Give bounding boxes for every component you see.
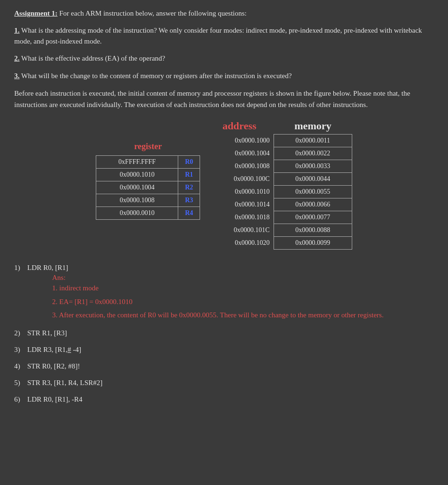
answer-1-line-2: 2. EA= [R1] = 0x0000.1010	[52, 296, 434, 307]
question-1: 1. What is the addressing mode of the in…	[14, 25, 434, 46]
problem-3-num: 3) LDR R3, [R1,# -4]	[14, 346, 434, 354]
question-2-num: 2.	[14, 54, 19, 62]
mem-address: 0x0000.1010	[205, 186, 274, 198]
hash-underline: #	[68, 346, 72, 353]
mem-value: 0x0000.0055	[274, 186, 352, 198]
ans-label-1: Ans:	[52, 274, 65, 281]
memory-table-wrap: address memory 0x0000.10000x0000.00110x0…	[205, 120, 352, 250]
diagram-container: register 0xFFFF.FFFFR00x0000.1010R10x000…	[14, 120, 434, 250]
memory-row: 0x0000.10080x0000.0033	[205, 160, 352, 173]
problems-section: 1) LDR R0, [R1] Ans: 1. indirect mode 2.…	[14, 264, 434, 404]
problem-5: 5) STR R3, [R1, R4, LSR#2]	[14, 379, 434, 387]
memory-row: 0x0000.10200x0000.0099	[205, 237, 352, 250]
reg-value: 0x0000.1004	[96, 181, 178, 194]
assignment-label: Assignment 1:	[14, 9, 57, 17]
reg-value: 0x0000.0010	[96, 207, 178, 220]
mem-value: 0x0000.0044	[274, 173, 352, 186]
mem-address: 0x0000.1000	[205, 135, 274, 147]
memory-headers: address memory	[205, 120, 352, 132]
answer-1-text-2: 2. EA= [R1] = 0x0000.1010	[52, 298, 132, 305]
register-table: 0xFFFF.FFFFR00x0000.1010R10x0000.1004R20…	[96, 155, 200, 220]
question-2-text: What is the effective address (EA) of th…	[21, 54, 165, 62]
register-row: 0x0000.1004R2	[96, 181, 200, 194]
problem-6: 6) LDR R0, [R1], -R4	[14, 395, 434, 404]
reg-value: 0xFFFF.FFFF	[96, 156, 178, 169]
reg-name: R3	[178, 194, 200, 207]
mem-address: 0x0000.1014	[205, 198, 274, 211]
answer-1-line-3: 3. After execution, the content of R0 wi…	[52, 310, 434, 321]
memory-header: memory	[274, 120, 352, 132]
mem-address: 0x0000.1008	[205, 160, 274, 173]
reg-name: R0	[178, 156, 200, 169]
question-3-text: What will be the change to the content o…	[21, 72, 292, 80]
mem-value: 0x0000.0022	[274, 147, 352, 160]
mem-address: 0x0000.1004	[205, 147, 274, 160]
mem-address: 0x0000.1018	[205, 211, 274, 224]
reg-value: 0x0000.1008	[96, 194, 178, 207]
register-table-wrap: register 0xFFFF.FFFFR00x0000.1010R10x000…	[96, 139, 200, 220]
register-header: register	[96, 139, 200, 155]
memory-row: 0x0000.100C0x0000.0044	[205, 173, 352, 186]
mem-address: 0x0000.100C	[205, 173, 274, 186]
question-1-num: 1.	[14, 27, 19, 34]
reg-value: 0x0000.1010	[96, 169, 178, 181]
address-header: address	[205, 120, 274, 132]
assignment-header: Assignment 1: For each ARM instruction b…	[14, 9, 434, 18]
question-3: 3. What will be the change to the conten…	[14, 71, 434, 81]
problem-1-answer: Ans: 1. indirect mode 2. EA= [R1] = 0x00…	[52, 274, 434, 321]
note-block: Before each instruction is executed, the…	[14, 88, 434, 110]
problem-2: 2) STR R1, [R3]	[14, 329, 434, 337]
answer-1-text-3: 3. After execution, the content of R0 wi…	[52, 311, 384, 319]
note-text: Before each instruction is executed, the…	[14, 90, 410, 108]
problem-2-num: 2) STR R1, [R3]	[14, 329, 434, 337]
memory-row: 0x0000.101C0x0000.0088	[205, 224, 352, 237]
mem-value: 0x0000.0033	[274, 160, 352, 173]
mem-value: 0x0000.0099	[274, 237, 352, 250]
register-row: 0x0000.0010R4	[96, 207, 200, 220]
problem-1-num: 1) LDR R0, [R1]	[14, 264, 434, 272]
memory-row: 0x0000.10100x0000.0055	[205, 186, 352, 198]
memory-row: 0x0000.10180x0000.0077	[205, 211, 352, 224]
mem-address: 0x0000.101C	[205, 224, 274, 237]
answer-1-line-1: 1. indirect mode	[52, 283, 434, 294]
memory-row: 0x0000.10140x0000.0066	[205, 198, 352, 211]
problem-6-num: 6) LDR R0, [R1], -R4	[14, 395, 434, 404]
register-row: 0x0000.1008R3	[96, 194, 200, 207]
register-row: 0x0000.1010R1	[96, 169, 200, 181]
problem-3: 3) LDR R3, [R1,# -4]	[14, 346, 434, 354]
question-3-num: 3.	[14, 72, 19, 80]
memory-row: 0x0000.10000x0000.0011	[205, 135, 352, 147]
memory-row: 0x0000.10040x0000.0022	[205, 147, 352, 160]
reg-name: R4	[178, 207, 200, 220]
mem-value: 0x0000.0011	[274, 135, 352, 147]
mem-value: 0x0000.0088	[274, 224, 352, 237]
reg-name: R2	[178, 181, 200, 194]
reg-name: R1	[178, 169, 200, 181]
mem-address: 0x0000.1020	[205, 237, 274, 250]
problem-1: 1) LDR R0, [R1] Ans: 1. indirect mode 2.…	[14, 264, 434, 321]
question-1-text: What is the addressing mode of the instr…	[14, 27, 422, 45]
problem-4: 4) STR R0, [R2, #8]!	[14, 362, 434, 370]
problem-4-num: 4) STR R0, [R2, #8]!	[14, 362, 434, 370]
memory-table: 0x0000.10000x0000.00110x0000.10040x0000.…	[205, 134, 352, 250]
assignment-intro: For each ARM instruction below, answer t…	[59, 9, 247, 17]
question-2: 2. What is the effective address (EA) of…	[14, 53, 434, 64]
mem-value: 0x0000.0066	[274, 198, 352, 211]
problem-5-num: 5) STR R3, [R1, R4, LSR#2]	[14, 379, 434, 387]
answer-1-text-1: 1. indirect mode	[52, 284, 99, 292]
mem-value: 0x0000.0077	[274, 211, 352, 224]
register-row: 0xFFFF.FFFFR0	[96, 156, 200, 169]
